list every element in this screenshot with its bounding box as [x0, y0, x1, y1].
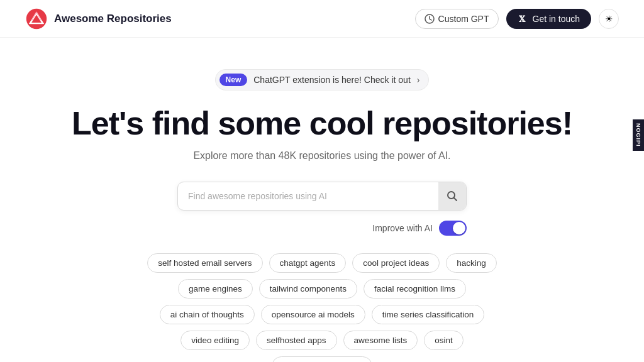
custom-gpt-button[interactable]: Custom GPT: [415, 9, 499, 29]
search-icon: [447, 190, 458, 202]
logo-icon: [25, 8, 48, 30]
header: Awesome Repositories Custom GPT 𝕏 Get in…: [0, 0, 644, 38]
logo-area: Awesome Repositories: [25, 8, 172, 30]
header-right: Custom GPT 𝕏 Get in touch ☀: [415, 9, 619, 29]
search-button[interactable]: [438, 182, 466, 210]
tag-item[interactable]: facial recognition llms: [364, 279, 466, 299]
new-badge: New: [219, 74, 248, 86]
search-container: [177, 182, 467, 211]
theme-toggle-button[interactable]: ☀: [599, 9, 619, 29]
tag-item[interactable]: tailwind components: [259, 279, 357, 299]
search-bar: [177, 182, 467, 211]
theme-icon: ☀: [605, 14, 613, 24]
tag-item[interactable]: chatgpt agents: [269, 253, 347, 273]
tag-item[interactable]: selfhosted apps: [256, 331, 337, 350]
tag-item[interactable]: video editing: [180, 331, 250, 350]
announcement-text: ChatGPT extension is here! Check it out: [253, 75, 411, 85]
tag-item[interactable]: awesome lists: [343, 331, 418, 350]
get-in-touch-label: Get in touch: [533, 14, 580, 24]
tag-item[interactable]: ai chain of thoughts: [160, 305, 255, 324]
tag-item[interactable]: self hosted email servers: [147, 253, 262, 273]
side-badge[interactable]: NOGIPI: [633, 119, 644, 151]
announcement-arrow: ›: [417, 75, 420, 85]
main-content: New ChatGPT extension is here! Check it …: [0, 38, 644, 362]
x-icon: 𝕏: [518, 14, 528, 24]
search-input[interactable]: [178, 184, 438, 209]
get-in-touch-button[interactable]: 𝕏 Get in touch: [506, 9, 592, 29]
hero-subtext: Explore more than 48K repositories using…: [193, 150, 450, 162]
ai-toggle-switch[interactable]: [439, 221, 467, 236]
tag-item[interactable]: awesome iot projects: [272, 356, 373, 362]
tag-item[interactable]: hacking: [446, 253, 497, 273]
hero-heading: Let's find some cool repositories!: [72, 106, 572, 141]
ai-toggle-row: Improve with AI: [177, 221, 467, 236]
toggle-knob: [453, 222, 465, 234]
ai-toggle-label: Improve with AI: [372, 223, 433, 233]
gpt-icon: [425, 14, 435, 24]
tag-item[interactable]: game engines: [178, 279, 253, 299]
tag-item[interactable]: time series classification: [372, 305, 485, 324]
tag-item[interactable]: opensource ai models: [261, 305, 365, 324]
svg-text:𝕏: 𝕏: [519, 14, 526, 24]
tags-container: self hosted email serverschatgpt agentsc…: [133, 253, 511, 362]
logo-text: Awesome Repositories: [54, 13, 172, 25]
announcement-bar[interactable]: New ChatGPT extension is here! Check it …: [215, 69, 430, 90]
custom-gpt-label: Custom GPT: [438, 14, 489, 24]
tag-item[interactable]: osint: [424, 331, 464, 350]
tag-item[interactable]: cool project ideas: [352, 253, 440, 273]
